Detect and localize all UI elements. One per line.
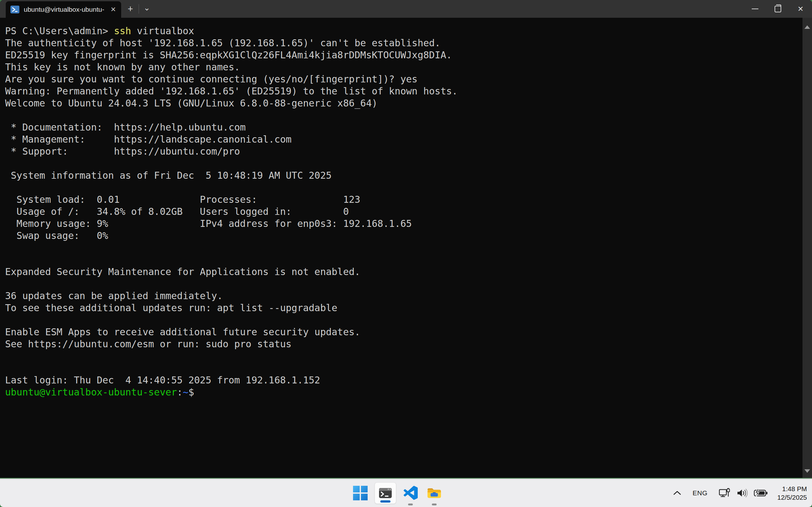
active-indicator (380, 500, 391, 503)
scroll-down-arrow[interactable] (804, 469, 810, 473)
taskbar-file-explorer[interactable] (425, 484, 444, 503)
terminal-tab[interactable]: ubuntu@virtualbox-ubuntu-s ✕ (6, 1, 121, 18)
tab-title: ubuntu@virtualbox-ubuntu-s (24, 6, 104, 13)
windows-logo-icon (353, 486, 368, 500)
maximize-button[interactable] (766, 0, 789, 18)
title-bar: ubuntu@virtualbox-ubuntu-s ✕ + ⌄ ✕ (0, 0, 812, 18)
vscode-icon (403, 486, 418, 500)
terminal-icon (378, 486, 393, 500)
powershell-icon (10, 5, 20, 14)
terminal-viewport[interactable]: PS C:\Users\admin> ssh virtualboxThe aut… (0, 18, 812, 478)
close-button[interactable]: ✕ (789, 0, 812, 18)
start-button[interactable] (351, 484, 370, 503)
taskbar-vscode[interactable] (401, 484, 420, 503)
terminal-output: PS C:\Users\admin> ssh virtualboxThe aut… (5, 25, 801, 398)
tab-dropdown-button[interactable]: ⌄ (141, 3, 153, 14)
clock-time: 1:48 PM (777, 485, 807, 493)
speaker-icon (737, 488, 748, 498)
tray-expand-button[interactable] (673, 490, 681, 496)
minimize-icon (752, 9, 758, 9)
running-indicator (432, 504, 437, 505)
taskbar-windows-terminal[interactable] (374, 482, 396, 504)
taskbar: ENG (0, 478, 812, 507)
folder-icon (426, 486, 442, 501)
battery-charging-icon (753, 489, 768, 498)
tabbar-divider (139, 4, 139, 14)
scrollbar[interactable] (803, 18, 812, 478)
system-tray-icons[interactable] (717, 486, 769, 500)
new-tab-button[interactable]: + (124, 3, 136, 14)
language-indicator[interactable]: ENG (693, 489, 708, 497)
restore-icon (774, 6, 781, 12)
taskbar-clock[interactable]: 1:48 PM 12/5/2025 (777, 485, 807, 502)
scroll-up-arrow[interactable] (804, 25, 810, 29)
network-icon (718, 488, 731, 498)
terminal-window: ubuntu@virtualbox-ubuntu-s ✕ + ⌄ ✕ PS C:… (0, 0, 812, 478)
chevron-up-icon (673, 490, 681, 496)
tab-close-button[interactable]: ✕ (108, 5, 118, 14)
clock-date: 12/5/2025 (777, 493, 807, 502)
minimize-button[interactable] (744, 0, 766, 18)
running-indicator (408, 504, 413, 505)
